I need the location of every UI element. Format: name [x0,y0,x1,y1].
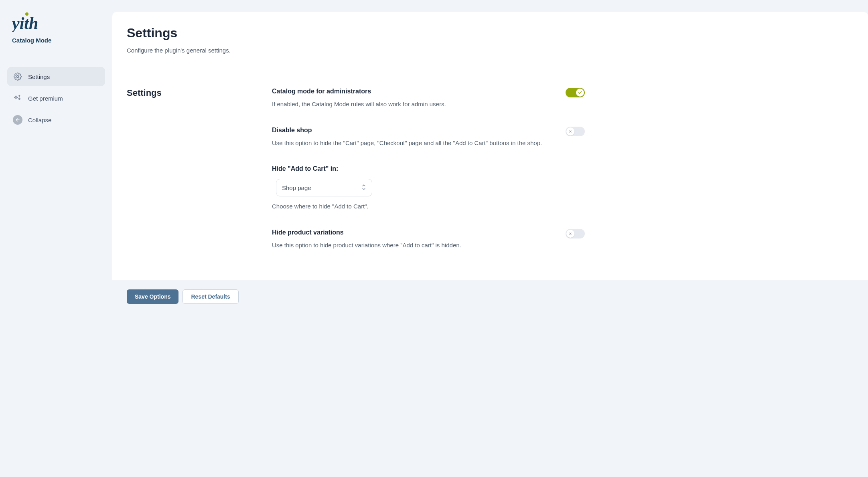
toggle-admin-mode[interactable] [566,88,585,97]
check-icon [576,89,584,97]
setting-disable-shop: Disable shop Use this option to hide the… [272,127,585,148]
panel-body: Settings Catalog mode for administrators… [112,66,868,280]
brand-block: yith Catalog Mode [7,12,105,44]
x-icon [566,127,574,135]
sidebar-item-settings[interactable]: Settings [7,67,105,86]
plugin-name: Catalog Mode [12,37,105,44]
save-button[interactable]: Save Options [127,289,178,304]
setting-hide-variations: Hide product variations Use this option … [272,229,585,250]
select-hide-add-to-cart[interactable]: Shop page [276,179,372,196]
select-value: Shop page [282,184,311,191]
settings-list: Catalog mode for administrators If enabl… [272,88,585,264]
arrow-left-circle-icon [13,115,22,125]
brand-logo: yith [12,12,105,32]
setting-title: Hide product variations [272,229,554,236]
chevron-up-down-icon [361,184,366,192]
toggle-hide-variations[interactable] [566,229,585,238]
reset-defaults-button[interactable]: Reset Defaults [183,289,238,304]
setting-title: Catalog mode for administrators [272,88,554,95]
section-heading: Settings [127,88,272,264]
sidebar-item-collapse[interactable]: Collapse [7,110,105,129]
gear-icon [13,72,22,81]
x-icon [566,230,574,238]
page-title: Settings [127,26,854,40]
yith-logo-icon: yith [12,12,44,32]
page-subtitle: Configure the plugin's general settings. [127,47,854,54]
sparkle-icon [13,93,22,103]
svg-text:yith: yith [12,14,38,32]
setting-description: Use this option to hide product variatio… [272,241,554,250]
sidebar-item-label: Collapse [28,117,51,123]
setting-description: If enabled, the Catalog Mode rules will … [272,100,554,109]
toggle-disable-shop[interactable] [566,127,585,136]
svg-point-2 [17,76,19,78]
settings-panel: Settings Configure the plugin's general … [112,12,868,313]
setting-help: Choose where to hide "Add to Cart". [272,202,585,211]
sidebar-item-label: Get premium [28,95,63,102]
sidebar-item-label: Settings [28,73,50,80]
panel-footer: Save Options Reset Defaults [112,280,868,313]
setting-admin-mode: Catalog mode for administrators If enabl… [272,88,585,109]
setting-title: Disable shop [272,127,554,134]
sidebar-nav: Settings Get premium Collapse [7,67,105,129]
main-content: Settings Configure the plugin's general … [112,0,868,477]
panel-header: Settings Configure the plugin's general … [112,12,868,66]
setting-title: Hide "Add to Cart" in: [272,165,585,172]
setting-hide-add-to-cart: Hide "Add to Cart" in: Shop page Choose … [272,165,585,211]
sidebar-item-get-premium[interactable]: Get premium [7,89,105,108]
sidebar: yith Catalog Mode Settings Get premium [0,0,112,477]
setting-description: Use this option to hide the "Cart" page,… [272,139,554,148]
